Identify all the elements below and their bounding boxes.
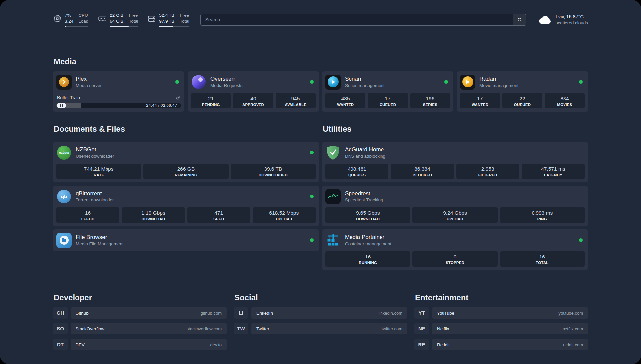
cpu-load: 3.24 [65, 18, 73, 24]
bookmark-stackoverflow[interactable]: StackOverflow stackoverflow.com [71, 323, 227, 334]
plex-now-playing: Bullet Train 24:44 / 02:06:47 [56, 92, 181, 108]
service-card-filebrowser[interactable]: File Browser Media File Management [53, 229, 319, 251]
bookmark-row: TW Twitter twitter.com [234, 323, 407, 334]
service-title: qBittorrent [76, 190, 114, 197]
stat-box: 471 SEED [187, 207, 250, 223]
stackoverflow-icon: SO [53, 323, 68, 334]
service-card-nzbget[interactable]: nzbget NZBGet Usenet downloader 744.21 M… [53, 142, 319, 182]
stat-label: APPROVED [234, 103, 272, 106]
service-card-sonarr[interactable]: Sonarr Series management 485 WANTED 17 Q… [322, 71, 453, 112]
nzbget-card-header: nzbget NZBGet Usenet downloader [56, 145, 316, 160]
stat-value: 47.571 ms [523, 166, 583, 172]
cpu-icon [53, 15, 62, 23]
service-subtitle: Series management [345, 83, 385, 89]
portainer-card-text: Media Portainer Container management [345, 234, 391, 247]
cloud-icon [537, 15, 551, 25]
stat-label: LEECH [58, 217, 118, 221]
stat-box: 47.571 ms LATENCY [522, 164, 585, 179]
filebrowser-icon [56, 233, 72, 248]
stat-value: 16 [58, 210, 118, 216]
stat-box: 16 TOTAL [500, 251, 585, 267]
bookmark-name: DEV [76, 342, 85, 347]
playback-progress-bar[interactable]: 24:44 / 02:06:47 [56, 103, 181, 108]
radarr-icon [460, 75, 475, 90]
status-dot [579, 238, 583, 242]
weather-widget[interactable]: Lviv, 16.87°C scattered clouds [537, 14, 588, 26]
sonarr-card-text: Sonarr Series management [345, 76, 385, 89]
cpu-percent: 7% [65, 13, 73, 18]
disk-total-label: Total [180, 18, 189, 24]
section-title-entertainment: Entertainment [415, 293, 588, 302]
status-dot [175, 80, 179, 84]
search-bar: G [200, 14, 526, 26]
pause-icon[interactable] [57, 103, 66, 108]
bookmark-twitter[interactable]: Twitter twitter.com [251, 323, 407, 334]
bookmark-dev[interactable]: DEV dev.to [71, 339, 227, 350]
stat-label: WANTED [461, 103, 499, 106]
service-card-qbittorrent[interactable]: qb qBittorrent Torrent downloader 16 LEE… [53, 186, 319, 226]
service-subtitle: Movie management [479, 83, 519, 89]
stat-label: FILTERED [458, 173, 518, 177]
section-utilities: Utilities [322, 124, 588, 270]
bookmark-domain: linkedin.com [379, 311, 402, 316]
bookmark-github[interactable]: Github github.com [71, 307, 227, 318]
ram-icon [98, 15, 107, 23]
bookmark-group-entertainment: Entertainment YT YouTube youtube.com NF … [414, 293, 588, 355]
ram-total-label: Total [129, 18, 138, 24]
bookmark-youtube[interactable]: YouTube youtube.com [432, 307, 588, 318]
nzbget-icon: nzbget [56, 145, 72, 160]
stat-value: 0.993 ms [501, 210, 583, 216]
stat-value: 22 [504, 95, 541, 102]
plex-card-header: Plex Media server [56, 75, 181, 90]
cpu-widget-body: 7% CPU 3.24 Load [65, 13, 88, 27]
stat-value: 9.24 Gbps [414, 210, 496, 216]
bookmark-domain: youtube.com [559, 311, 583, 316]
service-card-speedtest[interactable]: Speedtest Speedtest Tracking 9.65 Gbps D… [322, 186, 588, 226]
stat-value: 1.19 Gbps [123, 210, 183, 216]
stat-value: 39.6 TB [232, 166, 314, 172]
section-title-social: Social [234, 293, 407, 302]
netflix-icon: NF [414, 323, 429, 334]
service-title: File Browser [76, 234, 124, 241]
bookmark-name: Twitter [256, 326, 269, 331]
search-input[interactable] [200, 14, 526, 26]
portainer-stats: 16 RUNNING 0 STOPPED 16 TOTAL [325, 248, 585, 267]
service-card-portainer[interactable]: Media Portainer Container management 16 … [322, 229, 588, 270]
search-engine-button[interactable]: G [513, 14, 526, 25]
stat-box: 39.6 TB DOWNLOADED [231, 164, 316, 179]
two-column-area: Documents & Files nzbget NZBGet Usenet d… [53, 124, 588, 270]
stat-value: 17 [369, 95, 406, 102]
service-subtitle: Media Requests [210, 83, 243, 89]
bookmark-linkedin[interactable]: LinkedIn linkedin.com [251, 307, 407, 318]
adguard-stats: 498,461 QUERIES 86,384 BLOCKED 2,953 FIL… [325, 160, 585, 179]
bookmark-name: Netflix [437, 326, 449, 331]
service-card-overseerr[interactable]: Overseerr Media Requests 21 PENDING 40 A… [188, 71, 319, 112]
stat-value: 744.21 Mbps [58, 166, 140, 172]
ram-total: 64 GiB [110, 18, 123, 24]
qbittorrent-icon: qb [56, 189, 72, 204]
bookmark-domain: netflix.com [563, 326, 583, 331]
stat-box: 945 AVAILABLE [276, 93, 316, 108]
service-card-plex[interactable]: Plex Media server Bullet Train [53, 71, 184, 112]
stat-label: PING [501, 217, 583, 221]
bookmark-netflix[interactable]: Netflix netflix.com [432, 323, 588, 334]
disk-total: 97.9 TB [159, 18, 174, 24]
service-title: Overseerr [210, 76, 243, 83]
disk-widget: 52.4 TB Free 97.9 TB Total [147, 13, 189, 27]
stat-value: 2,953 [458, 166, 518, 172]
sonarr-stats: 485 WANTED 17 QUEUED 196 SERIES [325, 90, 450, 108]
stat-label: SEED [189, 217, 249, 221]
service-subtitle: Container management [345, 241, 391, 247]
stat-value: 834 [546, 95, 583, 102]
bookmarks-area: Developer GH Github github.com SO StackO… [53, 293, 588, 355]
service-subtitle: Usenet downloader [76, 153, 114, 159]
settings-icon[interactable] [175, 95, 180, 100]
stat-label: SERIES [412, 103, 449, 106]
stat-label: STOPPED [414, 261, 496, 265]
service-card-radarr[interactable]: Radarr Movie management 17 WANTED 22 QUE… [457, 71, 588, 112]
stat-value: 40 [234, 95, 272, 102]
bookmark-reddit[interactable]: Reddit reddit.com [432, 339, 588, 350]
service-card-adguard[interactable]: AdGuard Home DNS and adblocking 498,461 … [322, 142, 588, 182]
bookmark-row: GH Github github.com [53, 307, 227, 318]
stat-label: QUEUED [504, 103, 541, 106]
